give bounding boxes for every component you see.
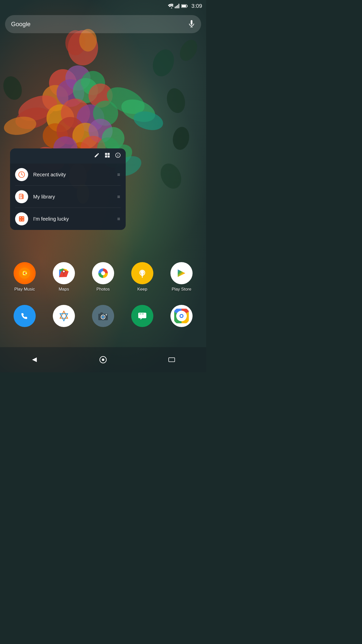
svg-rect-48 — [182, 5, 186, 7]
svg-point-75 — [24, 272, 26, 274]
svg-rect-44 — [177, 5, 178, 8]
status-icons: 3:09 — [168, 3, 202, 9]
chrome-icon — [170, 305, 193, 327]
svg-point-92 — [18, 309, 32, 323]
unity-icon — [53, 305, 75, 327]
svg-point-19 — [93, 101, 118, 126]
svg-point-16 — [47, 104, 74, 132]
svg-rect-55 — [108, 155, 110, 157]
svg-point-9 — [88, 84, 113, 108]
keep-icon — [131, 262, 153, 284]
phone-icon — [14, 305, 36, 327]
svg-point-35 — [149, 47, 178, 79]
svg-point-11 — [13, 104, 52, 133]
widgets-icon[interactable] — [105, 152, 110, 159]
app-hangouts[interactable]: "" — [127, 305, 157, 330]
camera-icon — [92, 305, 114, 327]
app-phone[interactable] — [10, 305, 40, 330]
svg-point-69 — [23, 217, 24, 218]
status-time: 3:09 — [191, 3, 202, 9]
signal-icon — [175, 4, 180, 8]
my-library-drag: ≡ — [117, 194, 121, 200]
svg-point-110 — [180, 315, 183, 317]
mic-icon[interactable] — [188, 20, 195, 28]
app-photos[interactable]: Photos — [88, 262, 118, 292]
search-bar[interactable]: Google — [5, 15, 201, 33]
app-keep[interactable]: Keep — [127, 262, 157, 292]
popup-toolbar — [10, 148, 126, 164]
keep-label: Keep — [137, 287, 147, 292]
status-bar: 3:09 — [0, 0, 206, 12]
edit-icon[interactable] — [94, 152, 100, 159]
svg-point-7 — [57, 79, 84, 107]
photos-label: Photos — [97, 287, 110, 292]
popup-item-my-library[interactable]: My library ≡ — [10, 186, 126, 208]
svg-rect-53 — [108, 153, 110, 155]
svg-point-13 — [103, 82, 149, 119]
app-camera[interactable] — [88, 305, 118, 330]
maps-label: Maps — [59, 287, 69, 292]
wifi-icon — [168, 4, 173, 8]
svg-point-38 — [0, 74, 25, 102]
search-label: Google — [11, 21, 188, 28]
svg-point-58 — [118, 154, 118, 154]
svg-rect-89 — [142, 275, 143, 276]
svg-rect-67 — [19, 216, 24, 222]
recent-activity-drag: ≡ — [117, 172, 121, 178]
app-play-music[interactable]: Play Music — [10, 262, 40, 292]
svg-rect-42 — [175, 7, 175, 8]
app-unity[interactable] — [49, 305, 79, 330]
feeling-lucky-label: I'm feeling lucky — [33, 216, 117, 222]
recent-activity-label: Recent activity — [33, 172, 117, 178]
svg-rect-88 — [141, 275, 144, 275]
app-maps[interactable]: Maps — [49, 262, 79, 292]
svg-point-18 — [77, 104, 104, 132]
app-chrome[interactable] — [166, 305, 197, 330]
nav-home-button[interactable] — [96, 352, 111, 367]
my-library-icon-bg — [15, 190, 28, 203]
svg-rect-101 — [100, 312, 103, 314]
play-music-icon — [14, 262, 36, 284]
svg-point-4 — [65, 65, 90, 91]
hangouts-icon: "" — [131, 305, 153, 327]
nav-bar — [0, 347, 206, 372]
svg-point-40 — [157, 160, 185, 192]
svg-rect-114 — [169, 358, 175, 362]
app-row-1: Play Music Maps — [0, 262, 206, 292]
svg-rect-65 — [20, 194, 21, 195]
nav-recent-button[interactable] — [164, 352, 179, 367]
svg-point-82 — [63, 271, 65, 272]
shortcut-popup: Recent activity ≡ My library ≡ — [10, 148, 126, 230]
recent-activity-icon-bg — [15, 168, 28, 181]
app-play-store[interactable]: Play Store — [166, 262, 197, 292]
dice-icon — [18, 215, 25, 222]
svg-point-36 — [164, 86, 188, 115]
svg-point-8 — [73, 78, 98, 103]
svg-point-12 — [3, 114, 38, 137]
popup-item-recent-activity[interactable]: Recent activity ≡ — [10, 164, 126, 186]
svg-rect-43 — [176, 6, 177, 8]
info-icon[interactable] — [115, 152, 121, 159]
popup-item-feeling-lucky[interactable]: I'm feeling lucky ≡ — [10, 208, 126, 230]
svg-point-20 — [43, 123, 68, 148]
svg-rect-49 — [191, 20, 193, 25]
maps-icon — [53, 262, 75, 284]
nav-back-button[interactable] — [27, 352, 42, 367]
svg-point-5 — [81, 71, 105, 95]
library-icon — [18, 193, 25, 200]
app-row-2: "" — [0, 305, 206, 330]
svg-point-23 — [88, 119, 113, 143]
svg-point-15 — [131, 108, 165, 133]
svg-point-70 — [20, 220, 21, 221]
svg-point-71 — [23, 220, 24, 221]
battery-icon — [181, 4, 188, 8]
svg-point-6 — [42, 85, 68, 111]
photos-icon — [92, 262, 114, 284]
svg-point-22 — [72, 123, 99, 149]
svg-point-3 — [49, 69, 77, 97]
svg-point-102 — [106, 314, 107, 315]
play-music-label: Play Music — [14, 287, 35, 292]
svg-text:"": "" — [139, 313, 144, 318]
svg-rect-54 — [105, 155, 107, 157]
svg-point-84 — [101, 271, 105, 275]
